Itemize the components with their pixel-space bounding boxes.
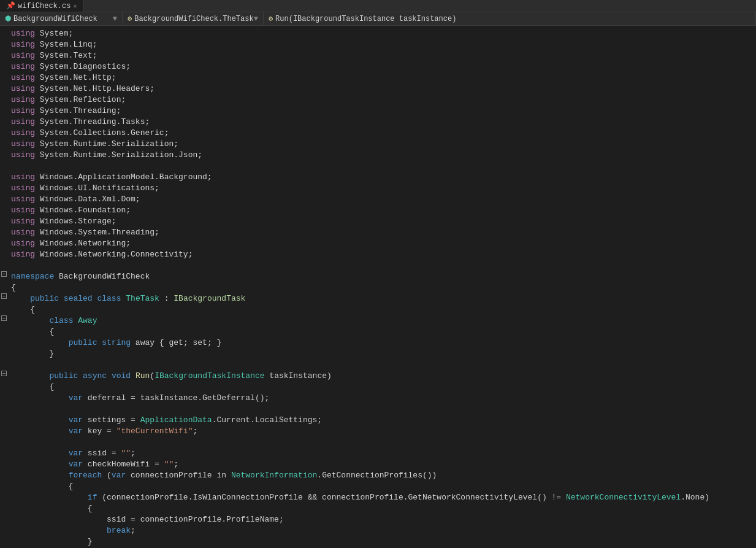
line-content: using System.Linq;	[9, 39, 756, 50]
method-segment[interactable]: ⚙ BackgroundWifiCheck.TheTask ▼	[123, 12, 264, 25]
line-content: var settings = ApplicationData.Current.L…	[9, 415, 756, 426]
code-line: using Windows.Data.Xml.Dom;	[0, 194, 756, 205]
token: var	[69, 460, 83, 469]
token: (	[102, 471, 112, 480]
token: "theCurrentWifi"	[116, 426, 193, 436]
token: NetworkInformation	[231, 471, 317, 480]
token: {	[11, 283, 16, 292]
token: using	[11, 106, 35, 115]
code-line: class Away	[0, 315, 756, 326]
code-line: using Windows.Foundation;	[0, 205, 756, 216]
token: using	[11, 95, 35, 104]
line-content: {	[9, 326, 756, 338]
line-content: using Windows.UI.Notifications;	[9, 183, 756, 194]
token: checkHomeWifi =	[83, 460, 164, 469]
token: taskInstance)	[265, 371, 332, 380]
function-segment[interactable]: ⚙ Run(IBackgroundTaskInstance taskInstan…	[264, 12, 756, 25]
token: .None)	[681, 493, 709, 502]
code-editor[interactable]: using System;using System.Linq;using Sys…	[0, 26, 756, 548]
code-line: using Windows.Networking.Connectivity;	[0, 249, 756, 260]
line-content	[9, 260, 756, 271]
token: ;	[131, 449, 136, 458]
collapse-btn[interactable]	[0, 371, 9, 376]
token: (connectionProfile.IsWlanConnectionProfi…	[97, 493, 566, 502]
code-line: {	[0, 503, 756, 514]
pin-icon: 📌	[6, 1, 15, 10]
code-line	[0, 360, 756, 371]
token: .GetConnectionProfiles())	[317, 471, 437, 480]
token: class	[97, 294, 121, 303]
code-line: public string away { get; set; }	[0, 338, 756, 349]
file-tab[interactable]: 📌 wifiCheck.cs ✕	[0, 0, 83, 12]
token: using	[11, 29, 35, 38]
line-content: using System.Threading;	[9, 106, 756, 117]
code-line: var checkHomeWifi = "";	[0, 459, 756, 470]
token: settings =	[83, 415, 140, 425]
token: deferral = taskInstance.GetDeferral();	[83, 393, 269, 403]
method-dropdown-icon[interactable]: ▼	[254, 15, 258, 23]
token: TheTask	[126, 294, 159, 303]
line-content: {	[9, 481, 756, 492]
code-line: using System.Reflection;	[0, 95, 756, 106]
class-segment[interactable]: ⬢ BackgroundWifiCheck ▼	[0, 12, 123, 25]
token: using	[11, 150, 35, 160]
token	[11, 449, 69, 458]
code-line: var settings = ApplicationData.Current.L…	[0, 415, 756, 426]
collapse-btn[interactable]	[0, 293, 9, 299]
token: using	[11, 183, 35, 193]
token: var	[69, 426, 83, 436]
token	[11, 393, 69, 403]
token: using	[11, 117, 35, 126]
collapse-btn[interactable]	[0, 315, 9, 321]
token: ;	[174, 460, 178, 469]
token: var	[69, 415, 83, 425]
token	[11, 294, 30, 303]
token: Away	[78, 316, 97, 325]
token	[11, 471, 69, 480]
token: System.Threading.Tasks;	[35, 117, 150, 126]
line-content: {	[9, 282, 756, 293]
line-content: using System.Collections.Generic;	[9, 128, 756, 139]
token	[78, 371, 83, 380]
line-content: public async void Run(IBackgroundTaskIns…	[9, 371, 756, 382]
token: public	[49, 371, 78, 380]
line-content: {	[9, 382, 756, 393]
line-content: using System.Net.Http;	[9, 72, 756, 83]
token	[107, 371, 112, 380]
collapse-btn[interactable]	[0, 271, 9, 277]
token	[11, 526, 107, 535]
token	[11, 338, 69, 347]
token: var	[112, 471, 126, 480]
token: System.Diagnostics;	[35, 62, 131, 71]
close-icon[interactable]: ✕	[73, 2, 77, 10]
line-content: using Windows.Networking;	[9, 238, 756, 249]
token: ;	[193, 426, 197, 436]
token: ssid =	[83, 449, 121, 458]
method-icon: ⚙	[128, 14, 132, 23]
token: public	[30, 294, 59, 303]
token: ApplicationData	[140, 415, 212, 425]
token: Run	[136, 371, 150, 380]
line-content	[9, 437, 756, 448]
token	[59, 294, 64, 303]
line-content: using System.Reflection;	[9, 95, 756, 106]
line-content: ssid = connectionProfile.ProfileName;	[9, 514, 756, 525]
code-line: using System.Threading;	[0, 106, 756, 117]
token: using	[11, 228, 35, 237]
code-line: using System.Text;	[0, 50, 756, 61]
line-content: namespace BackgroundWifiCheck	[9, 271, 756, 282]
token: using	[11, 217, 35, 226]
code-line: using Windows.Storage;	[0, 216, 756, 227]
token: {	[11, 482, 73, 491]
token	[11, 426, 69, 436]
code-line: {	[0, 326, 756, 338]
line-content: using System.Text;	[9, 50, 756, 61]
token: {	[11, 504, 93, 513]
token: ssid = connectionProfile.ProfileName;	[107, 515, 284, 524]
token: }	[11, 349, 54, 358]
code-line: using System.Collections.Generic;	[0, 128, 756, 139]
token: Windows.Foundation;	[35, 206, 131, 215]
token: {	[11, 327, 54, 336]
class-dropdown-icon[interactable]: ▼	[113, 15, 117, 23]
token: Windows.Data.Xml.Dom;	[35, 195, 140, 204]
